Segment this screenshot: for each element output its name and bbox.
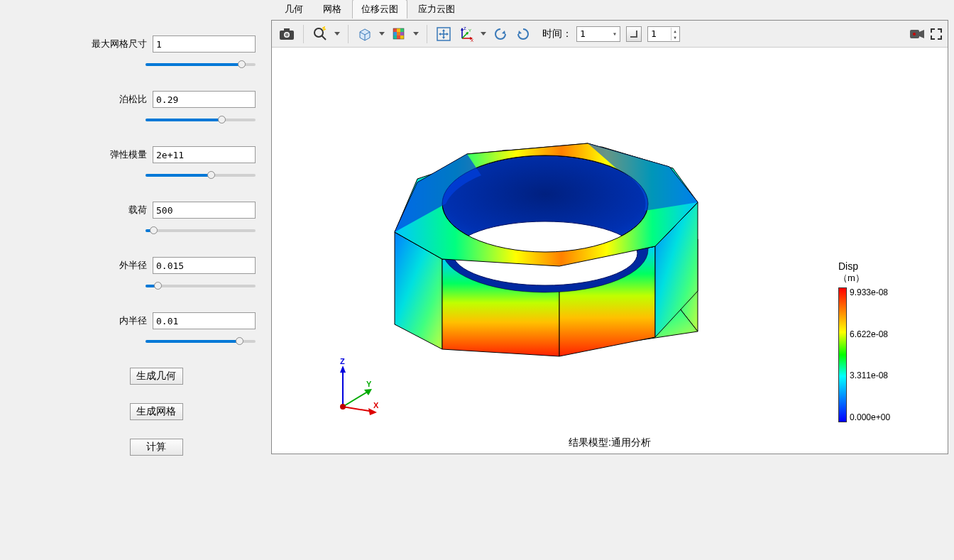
- screenshot-button[interactable]: [276, 23, 297, 45]
- modulus-input[interactable]: [153, 146, 256, 163]
- rotate-ccw-icon: [493, 26, 508, 42]
- result-tabs: 几何 网格 位移云图 应力云图: [270, 0, 954, 18]
- expand-icon: [931, 28, 942, 40]
- rubik-cube-icon: [391, 26, 407, 42]
- svg-line-32: [343, 390, 370, 407]
- magnifier-icon: [312, 26, 328, 42]
- svg-rect-8: [400, 28, 404, 32]
- load-input[interactable]: [153, 202, 256, 219]
- fit-view-button[interactable]: [433, 23, 454, 45]
- modulus-slider[interactable]: [146, 169, 256, 182]
- view-toolbar: ZYX 时间： 1 1 ▲▼: [272, 21, 948, 48]
- svg-text:Y: Y: [366, 380, 372, 388]
- mesh-size-input[interactable]: [153, 35, 256, 53]
- axes-orientation-button[interactable]: ZYX: [456, 23, 477, 45]
- colormap-dropdown[interactable]: [411, 23, 421, 45]
- svg-rect-10: [397, 32, 400, 35]
- legend-v2: 3.311e-08: [850, 370, 890, 380]
- outer-radius-input[interactable]: [153, 257, 256, 274]
- svg-point-26: [913, 33, 916, 35]
- viewport-3d[interactable]: Z Y X Disp （m） 9.933e-08 6.622e-08: [272, 48, 948, 454]
- generate-mesh-button[interactable]: 生成网格: [130, 403, 183, 420]
- load-label: 载荷: [128, 204, 147, 216]
- rotate-cw-button[interactable]: [512, 23, 534, 45]
- record-button[interactable]: [906, 23, 928, 45]
- axes-dropdown[interactable]: [478, 23, 488, 45]
- legend-title: Disp: [838, 260, 916, 272]
- time-label: 时间：: [542, 28, 572, 40]
- fit-arrows-icon: [436, 26, 451, 42]
- camera-icon: [279, 28, 295, 40]
- svg-rect-12: [393, 35, 397, 39]
- svg-text:X: X: [471, 38, 473, 43]
- generate-geometry-button[interactable]: 生成几何: [130, 368, 183, 385]
- svg-line-5: [322, 35, 326, 40]
- view-frame: ZYX 时间： 1 1 ▲▼: [271, 20, 948, 454]
- fullscreen-button[interactable]: [929, 23, 943, 45]
- svg-text:X: X: [373, 401, 379, 410]
- inner-radius-input[interactable]: [153, 312, 256, 329]
- poisson-label: 泊松比: [119, 93, 147, 106]
- modulus-label: 弹性模量: [110, 148, 147, 161]
- video-camera-icon: [909, 28, 925, 40]
- svg-text:Z: Z: [464, 26, 466, 31]
- svg-rect-1: [284, 28, 290, 31]
- compute-button[interactable]: 计算: [130, 439, 183, 456]
- poisson-input[interactable]: [153, 91, 256, 108]
- svg-text:Y: Y: [468, 28, 471, 33]
- inner-radius-slider[interactable]: [146, 335, 256, 348]
- svg-rect-13: [397, 35, 400, 39]
- hex-nut-model: [375, 111, 716, 395]
- legend-v1: 6.622e-08: [850, 329, 890, 339]
- tab-geometry[interactable]: 几何: [275, 0, 312, 18]
- xyz-axes-icon: ZYX: [458, 26, 475, 43]
- svg-rect-7: [397, 28, 400, 32]
- svg-rect-24: [630, 36, 637, 38]
- results-area: 几何 网格 位移云图 应力云图: [270, 0, 954, 560]
- svg-point-36: [340, 404, 346, 410]
- zoom-button[interactable]: [309, 23, 331, 45]
- load-slider[interactable]: [146, 224, 256, 237]
- legend-colorbar: [838, 287, 847, 422]
- tab-stress[interactable]: 应力云图: [409, 0, 464, 18]
- svg-point-3: [285, 33, 289, 36]
- tab-mesh[interactable]: 网格: [314, 0, 351, 18]
- outer-radius-slider[interactable]: [146, 280, 256, 292]
- colormap-button[interactable]: [388, 23, 410, 45]
- skip-end-icon: [630, 30, 638, 38]
- mesh-size-slider[interactable]: [146, 58, 256, 71]
- svg-text:Z: Z: [340, 358, 345, 366]
- transparency-dropdown[interactable]: [377, 23, 387, 45]
- step-spinner[interactable]: 1 ▲▼: [647, 26, 680, 42]
- outer-radius-label: 外半径: [119, 259, 147, 272]
- svg-rect-11: [400, 32, 404, 35]
- svg-rect-14: [400, 35, 404, 39]
- rotate-ccw-button[interactable]: [490, 23, 511, 45]
- time-combo[interactable]: 1: [576, 26, 620, 42]
- tab-displacement[interactable]: 位移云图: [352, 0, 407, 18]
- inner-radius-label: 内半径: [119, 314, 147, 327]
- skip-end-button[interactable]: [626, 26, 642, 42]
- svg-rect-9: [393, 32, 397, 35]
- rotate-cw-icon: [515, 26, 531, 42]
- legend-min: 0.000e+00: [850, 412, 890, 422]
- poisson-slider[interactable]: [146, 114, 256, 126]
- mesh-size-label: 最大网格尺寸: [92, 38, 147, 50]
- transparency-button[interactable]: [354, 23, 375, 45]
- legend-max: 9.933e-08: [850, 287, 890, 297]
- cube-transparent-icon: [357, 26, 373, 42]
- legend-unit: （m）: [838, 272, 916, 285]
- svg-rect-6: [393, 28, 397, 32]
- zoom-dropdown[interactable]: [332, 23, 342, 45]
- parameters-panel: 最大网格尺寸 泊松比 弹性模量 载荷 外半径: [0, 0, 270, 560]
- axis-triad: Z Y X: [334, 358, 384, 415]
- color-legend: Disp （m） 9.933e-08 6.622e-08 3.311e-08 0…: [838, 260, 916, 422]
- model-caption: 结果模型:通用分析: [272, 437, 948, 449]
